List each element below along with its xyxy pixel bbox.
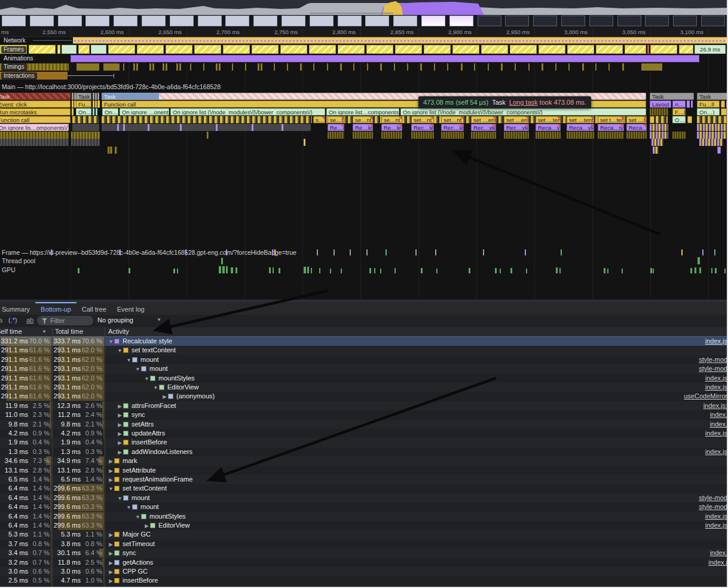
flame-bar[interactable]: Rec…yle	[471, 124, 496, 131]
frame-block[interactable]	[194, 45, 221, 54]
main-thread-section-header[interactable]: Main — http://localhost:3000/projects/bd…	[0, 82, 728, 92]
timing-tick[interactable]	[515, 63, 516, 71]
source-location-link[interactable]: style-mod	[699, 493, 727, 502]
frame-block[interactable]	[424, 45, 451, 54]
main-thread-flame-chart[interactable]: TaskTaskTaskTaskTaskEvent: clickFu…llFun…	[0, 93, 728, 159]
frame-block[interactable]	[679, 45, 693, 54]
table-row[interactable]: 4.2 ms0.9 %4.2 ms0.9 %▶updateAttrsindex.…	[0, 429, 728, 438]
flame-bar[interactable]: Reca…yle	[626, 124, 647, 131]
timing-tick[interactable]	[149, 63, 151, 71]
gpu-activity-tick[interactable]	[699, 267, 701, 273]
flame-bar[interactable]	[71, 132, 100, 139]
table-row[interactable]: 291.1 ms61.6 %293.1 ms62.0 %▼EditorViewi…	[0, 383, 728, 392]
expand-icon[interactable]: ▶	[108, 467, 114, 476]
timing-tick[interactable]	[163, 63, 164, 71]
filmstrip-thumbnail[interactable]	[58, 16, 82, 26]
flame-bar[interactable]: Run microtasks	[0, 108, 71, 115]
flame-bar[interactable]	[721, 100, 725, 108]
timing-tick[interactable]	[219, 63, 221, 71]
column-divider[interactable]	[105, 327, 105, 588]
flame-bar[interactable]	[598, 132, 624, 139]
table-row[interactable]: 3.0 ms0.6 %3.0 ms0.6 %▶CPP GC	[0, 567, 728, 576]
table-row[interactable]: 6.4 ms1.4 %299.6 ms63.3 %▼mountstyle-mod	[0, 493, 728, 502]
flame-bar[interactable]	[353, 132, 373, 139]
frame-event-tick[interactable]	[681, 249, 683, 255]
frame-event-tick[interactable]	[317, 249, 318, 255]
timing-tick[interactable]	[133, 63, 135, 71]
expand-icon[interactable]: ▶	[117, 402, 123, 411]
timing-tick[interactable]	[287, 63, 288, 71]
flame-bar[interactable]	[72, 93, 74, 100]
filmstrip-thumbnail[interactable]	[85, 16, 109, 26]
flame-bar[interactable]	[699, 139, 723, 146]
source-location-link[interactable]: index.	[710, 549, 727, 557]
gpu-activity-tick[interactable]	[129, 268, 130, 273]
expand-icon[interactable]: ▶	[108, 577, 114, 586]
thread-pool-tick[interactable]	[221, 258, 223, 264]
flame-bar[interactable]	[96, 108, 97, 115]
table-row[interactable]: 291.1 ms61.6 %293.1 ms62.0 %▼mountStyles…	[0, 374, 728, 383]
flame-bar[interactable]	[471, 132, 496, 139]
table-row[interactable]: 291.1 ms61.6 %293.1 ms62.0 %▶(anonymous)…	[0, 392, 728, 401]
flame-bar[interactable]: Layout	[650, 100, 671, 108]
flame-bar[interactable]	[687, 100, 690, 108]
source-location-link[interactable]: index.js	[705, 512, 727, 521]
flame-bar[interactable]	[216, 124, 218, 131]
table-row[interactable]: 6.4 ms1.4 %299.6 ms63.3 %▼mountStylesind…	[0, 512, 728, 521]
flame-bar[interactable]	[381, 132, 402, 139]
gpu-activity-tick[interactable]	[222, 266, 225, 273]
filmstrip-thumbnail[interactable]	[561, 16, 585, 26]
gpu-activity-tick[interactable]	[341, 269, 342, 273]
filmstrip-thumbnail[interactable]	[30, 16, 54, 26]
interactions-track[interactable]: Interactions	[0, 71, 728, 81]
flame-bar[interactable]: Task	[650, 93, 694, 100]
frame-block[interactable]	[280, 45, 307, 54]
frame-event-tick[interactable]	[525, 249, 526, 255]
table-row[interactable]: 6.4 ms1.4 %299.6 ms63.3 %▼set textConten…	[0, 484, 728, 493]
table-row[interactable]: 11.0 ms2.3 %11.2 ms2.4 %▶syncindex.	[0, 410, 728, 419]
collapse-icon[interactable]: ▼	[117, 494, 123, 503]
flame-bar[interactable]	[72, 116, 99, 123]
gpu-activity-tick[interactable]	[394, 268, 396, 273]
frame-block[interactable]	[625, 45, 646, 54]
table-row[interactable]: 1.9 ms0.4 %1.9 ms0.4 %▶insertBefore	[0, 438, 728, 447]
timing-tick[interactable]	[488, 63, 489, 71]
frame-event-tick[interactable]	[226, 249, 227, 255]
timing-tick[interactable]	[474, 63, 475, 71]
collapse-icon[interactable]: ▼	[143, 374, 150, 383]
filmstrip-thumbnail[interactable]	[449, 16, 473, 26]
source-location-link[interactable]: index.js	[705, 383, 727, 392]
flame-bar[interactable]: se…t	[328, 116, 344, 123]
timing-tick[interactable]	[501, 63, 503, 71]
table-row[interactable]: 9.8 ms2.1 %9.8 ms2.1 %▶setAttrsindex.	[0, 420, 728, 429]
filmstrip-thumbnail[interactable]	[673, 16, 697, 26]
flame-bar[interactable]	[328, 132, 344, 139]
filmstrip-thumbnail[interactable]	[310, 16, 334, 26]
filmstrip-thumbnail[interactable]	[142, 16, 166, 26]
gpu-activity-tick[interactable]	[173, 269, 175, 273]
source-location-link[interactable]: index.	[710, 410, 727, 419]
gpu-activity-tick[interactable]	[715, 268, 717, 273]
flame-bar[interactable]	[97, 93, 99, 100]
gpu-track[interactable]: GPU	[0, 266, 728, 275]
flame-bar[interactable]: set…nt	[441, 116, 464, 123]
frame-event-tick[interactable]	[714, 249, 715, 255]
timing-tick[interactable]	[420, 63, 422, 71]
gpu-activity-tick[interactable]	[226, 266, 228, 273]
gpu-activity-tick[interactable]	[235, 267, 237, 273]
flame-bar[interactable]: set …tent	[536, 116, 561, 123]
table-row[interactable]: 3.2 ms0.7 %11.8 ms2.5 %▶getActionsindex.…	[0, 558, 728, 567]
gpu-activity-tick[interactable]	[711, 268, 712, 273]
filmstrip-thumbnail[interactable]	[505, 16, 529, 26]
gpu-activity-tick[interactable]	[269, 267, 271, 273]
collapse-icon[interactable]: ▼	[134, 365, 141, 374]
flame-bar[interactable]	[115, 147, 117, 154]
source-location-link[interactable]: useCodeMirror	[684, 392, 727, 401]
flame-bar[interactable]	[653, 147, 659, 154]
flame-bar[interactable]: Function call	[0, 116, 71, 123]
gpu-activity-tick[interactable]	[279, 268, 280, 273]
frame-event-tick[interactable]	[334, 249, 335, 255]
timings-track[interactable]: Timings	[0, 63, 728, 71]
table-row[interactable]: 331.2 ms70.0 %333.7 ms70.6 %▼Recalculate…	[0, 337, 728, 346]
network-track[interactable]: Network	[0, 36, 728, 44]
